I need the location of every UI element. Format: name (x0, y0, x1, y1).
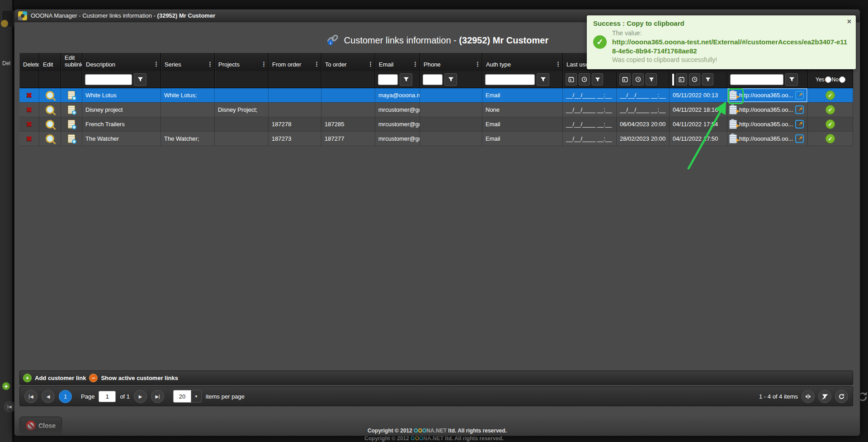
no-radio[interactable] (839, 76, 845, 83)
edit-button[interactable] (46, 91, 54, 100)
filter-funnel-button[interactable] (702, 73, 713, 86)
clock-icon[interactable] (689, 73, 700, 86)
toast-message: Was copied to clipboard successfully! (612, 56, 849, 64)
description-filter-input[interactable] (85, 74, 132, 85)
edit-button[interactable] (46, 134, 54, 143)
column-menu-icon[interactable]: ⋮ (475, 61, 481, 68)
filter-funnel-button[interactable] (444, 73, 457, 86)
edit-sublinks-button[interactable] (68, 91, 75, 100)
column-header-from-order[interactable]: From order⋮ (269, 53, 321, 71)
open-link-button[interactable]: ↗ (795, 91, 804, 100)
open-link-button[interactable]: ↗ (795, 105, 804, 114)
email-filter-input[interactable] (378, 74, 398, 85)
copy-url-button[interactable] (729, 134, 737, 143)
column-header-delete[interactable]: Delete (19, 53, 39, 71)
copy-url-button[interactable] (729, 105, 737, 114)
clock-icon[interactable] (579, 73, 590, 86)
column-menu-icon[interactable]: ⋮ (412, 61, 418, 68)
no-filter-label: No (832, 76, 839, 83)
clock-icon[interactable] (632, 73, 644, 86)
cell-date-2: __/__/____ __:__ (617, 88, 670, 102)
filter-cell-series (161, 71, 215, 88)
active-check-icon[interactable]: ✓ (826, 90, 835, 100)
calendar-icon[interactable] (619, 73, 631, 86)
url-filter-input[interactable] (730, 74, 783, 85)
filter-funnel-button[interactable] (537, 73, 549, 86)
delete-button[interactable]: ✖ (26, 120, 32, 128)
last-page-button[interactable]: ▶| (151, 390, 164, 403)
column-header-edit-sublinks[interactable]: Edit sublinks (61, 53, 82, 71)
calendar-icon[interactable] (566, 73, 577, 86)
column-menu-icon[interactable]: ⋮ (261, 61, 267, 68)
cell-phone (420, 132, 482, 146)
chevron-down-icon[interactable]: ▼ (191, 390, 202, 403)
column-header-phone[interactable]: Phone⋮ (420, 53, 482, 71)
delete-button[interactable]: ✖ (26, 91, 32, 100)
clear-filters-button[interactable] (818, 390, 831, 403)
phone-filter-input[interactable] (423, 74, 443, 85)
column-header-description[interactable]: Description⋮ (82, 53, 161, 71)
calendar-icon[interactable] (676, 73, 687, 86)
delete-button[interactable]: ✖ (26, 134, 32, 143)
page-size-select[interactable]: 20 (173, 390, 191, 403)
column-menu-icon[interactable]: ⋮ (207, 61, 213, 68)
open-link-button[interactable]: ↗ (795, 120, 804, 128)
column-header-email[interactable]: Email⋮ (375, 53, 420, 71)
filter-cell-email (375, 71, 420, 88)
edit-sublinks-button[interactable] (68, 105, 75, 114)
current-page-button[interactable]: 1 (59, 390, 72, 403)
fit-columns-button[interactable] (802, 390, 815, 403)
column-header-to-order[interactable]: To order⋮ (321, 53, 375, 71)
filter-cell-to-order (321, 71, 375, 88)
filter-funnel-button[interactable] (646, 73, 657, 86)
copy-url-button[interactable] (729, 91, 737, 100)
show-active-icon[interactable]: − (89, 374, 98, 382)
column-header-auth-type[interactable]: Auth type⋮ (482, 53, 563, 71)
date-input-caret[interactable] (672, 74, 674, 86)
filter-cell-from-order (269, 71, 321, 88)
column-menu-icon[interactable]: ⋮ (153, 61, 159, 68)
first-page-button[interactable]: |◀ (24, 390, 38, 403)
edit-button[interactable] (46, 120, 54, 128)
active-check-icon[interactable]: ✓ (826, 119, 835, 129)
filter-funnel-button[interactable] (592, 73, 603, 86)
table-row[interactable]: ✖ The Watcher The Watcher; 187273 187277… (19, 132, 853, 146)
page-input[interactable] (99, 391, 116, 402)
auth-type-filter-input[interactable] (485, 74, 535, 85)
add-icon[interactable]: + (23, 374, 32, 382)
column-menu-icon[interactable]: ⋮ (555, 61, 561, 68)
cell-from-order: 187273 (269, 132, 321, 146)
cell-url: http://ooona365.oo... ↗ (727, 132, 808, 146)
delete-button[interactable]: ✖ (26, 105, 32, 114)
close-icon[interactable]: × (847, 18, 851, 25)
of-label: of 1 (120, 393, 130, 400)
show-active-links-button[interactable]: Show active customer links (101, 375, 178, 381)
column-header-edit[interactable]: Edit (39, 53, 61, 71)
filter-funnel-button[interactable] (785, 73, 798, 86)
copy-url-button[interactable] (729, 120, 737, 129)
column-header-projects[interactable]: Projects⋮ (215, 53, 269, 71)
column-menu-icon[interactable]: ⋮ (368, 61, 373, 68)
add-customer-link-button[interactable]: Add customer link (35, 375, 86, 381)
active-check-icon[interactable]: ✓ (826, 134, 835, 143)
edit-button[interactable] (46, 105, 54, 114)
edit-sublinks-button[interactable] (68, 120, 75, 128)
filter-funnel-button[interactable] (134, 73, 146, 86)
open-link-button[interactable]: ↗ (795, 134, 804, 143)
cell-from-order (269, 88, 321, 102)
yes-radio[interactable] (825, 76, 831, 83)
active-check-icon[interactable]: ✓ (826, 105, 835, 114)
page-label: Page (81, 393, 94, 400)
refresh-button[interactable] (835, 390, 848, 403)
table-toolbar: + Add customer link − Show active custom… (19, 371, 853, 385)
prev-page-button[interactable]: ◀ (42, 390, 55, 403)
column-header-series[interactable]: Series⋮ (161, 53, 215, 71)
table-row[interactable]: ✖ White Lotus White Lotus; maya@ooona.ne… (19, 88, 853, 103)
edit-sublinks-button[interactable] (68, 134, 75, 143)
column-menu-icon[interactable]: ⋮ (314, 61, 320, 68)
table-row[interactable]: ✖ French Trailers 187278 187285 mrcustom… (19, 117, 853, 132)
filter-cell-date-3 (670, 71, 727, 88)
next-page-button[interactable]: ▶ (134, 390, 147, 403)
table-row[interactable]: ✖ Disney project Disney Project; mrcusto… (19, 103, 853, 117)
filter-funnel-button[interactable] (400, 73, 412, 86)
